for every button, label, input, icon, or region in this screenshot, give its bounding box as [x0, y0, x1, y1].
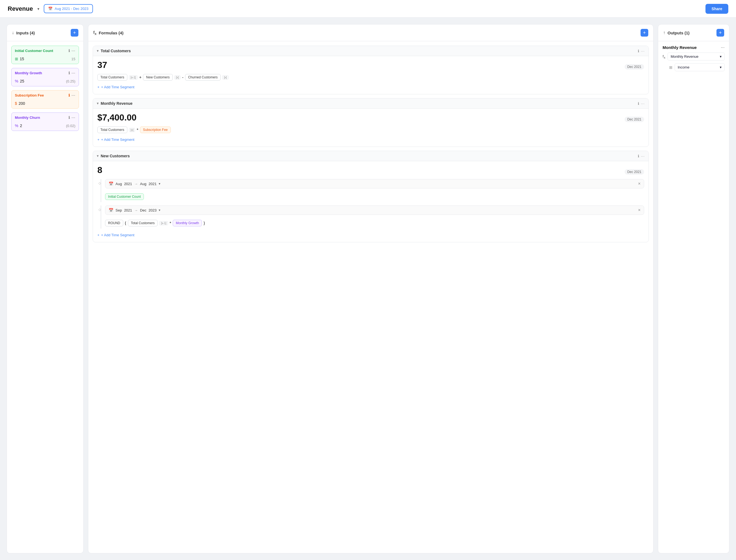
formula-header-icons-total: ℹ ··· — [638, 49, 645, 53]
input-card-header-left-fee: Subscription Fee — [15, 93, 44, 97]
percent-icon-churn: % — [15, 123, 18, 128]
seg2-end-year: 2023 — [149, 208, 156, 212]
input-card-value-initial: ⊞ 15 15 — [12, 55, 79, 64]
inputs-panel-title: Inputs (4) — [16, 31, 35, 35]
close-icon-seg2[interactable]: × — [638, 208, 641, 213]
add-segment-label-new: + Add Time Segment — [101, 233, 134, 237]
seg1-end-month: Aug — [140, 182, 146, 186]
header-icons-fee: ℹ ··· — [68, 93, 75, 97]
expr-op-multiply-seg2: * — [170, 221, 171, 225]
inputs-panel-header: ↓ Inputs (4) + — [7, 24, 83, 41]
input-card-header-churn: Monthly Churn ℹ ··· — [12, 113, 79, 122]
expr-subscript-seg2: [x-1] — [159, 221, 168, 225]
monthly-revenue-expression: Total Customers [x] * Subscription Fee — [97, 127, 644, 133]
monthly-churn-display: (0.02) — [66, 124, 75, 128]
input-card-header-growth: Monthly Growth ℹ ··· — [12, 68, 79, 77]
expr-monthly-growth: Monthly Growth — [173, 220, 202, 226]
seg1-start-year: 2021 — [124, 182, 132, 186]
time-segment-dates-2: 📅 Sep 2021 → Dec 2023 ▾ — [109, 208, 160, 212]
total-customers-formula-name: Total Customers — [101, 49, 131, 53]
expr-op-minus: - — [182, 75, 183, 79]
formula-card-header-total: ▾ Total Customers ℹ ··· — [93, 46, 649, 56]
add-output-button[interactable]: + — [716, 29, 724, 37]
expr-round: ROUND — [105, 220, 123, 226]
collapse-icon-revenue[interactable]: ▾ — [97, 101, 98, 105]
chevron-down-seg2[interactable]: ▾ — [159, 208, 160, 212]
initial-customer-count-value[interactable]: 15 — [20, 57, 24, 61]
formula-header-left-new: ▾ New Customers — [97, 154, 130, 158]
add-time-segment-total[interactable]: + + Add Time Segment — [97, 84, 134, 90]
more-icon-churn[interactable]: ··· — [72, 116, 75, 120]
add-segment-label-total: + Add Time Segment — [101, 85, 134, 89]
chevron-down-seg1[interactable]: ▾ — [159, 182, 160, 186]
time-segment-header-2: 📅 Sep 2021 → Dec 2023 ▾ × — [105, 205, 644, 215]
formula-value-row-new: 8 Dec 2021 — [97, 165, 644, 175]
output-name: Monthly Revenue — [663, 45, 697, 50]
monthly-growth-label: Monthly Growth — [15, 71, 42, 75]
add-time-segment-revenue[interactable]: + + Add Time Segment — [97, 136, 134, 143]
output-formula-value: Monthly Revenue — [671, 54, 698, 59]
arrow-icon-seg1: → — [134, 182, 138, 186]
inputs-panel: ↓ Inputs (4) + Initial Customer Count ℹ … — [7, 24, 84, 553]
input-card-monthly-churn: Monthly Churn ℹ ··· % 2 (0.02) — [11, 112, 79, 131]
output-item-monthly-revenue: Monthly Revenue ··· fx Monthly Revenue ▾… — [663, 45, 725, 71]
header-icons-churn: ℹ ··· — [68, 116, 75, 120]
add-time-segment-new[interactable]: + + Add Time Segment — [97, 232, 134, 238]
output-formula-dropdown[interactable]: Monthly Revenue ▾ — [668, 53, 725, 61]
value-left-fee: $ 200 — [15, 101, 25, 106]
input-card-header-initial: Initial Customer Count ℹ ··· — [12, 46, 79, 55]
more-icon-fee[interactable]: ··· — [72, 93, 75, 97]
value-left-growth: % 25 — [15, 79, 24, 83]
collapse-icon-total[interactable]: ▾ — [97, 49, 98, 53]
formula-header-left-revenue: ▾ Monthly Revenue — [97, 101, 133, 106]
expr-total-customers-rev: Total Customers — [97, 127, 127, 133]
share-button[interactable]: Share — [705, 4, 728, 14]
formula-icon-output: fx — [663, 54, 665, 59]
expr-total-customers-seg2: Total Customers — [128, 220, 158, 226]
more-icon-output[interactable]: ··· — [721, 45, 725, 50]
formula-card-body-total: 37 Dec 2021 Total Customers [x-1] + New … — [93, 56, 649, 94]
output-type-row: ⊞ Income ▾ — [669, 63, 725, 71]
expr-subscript-x-3: [x] — [222, 75, 229, 79]
topbar: Revenue ▾ 📅 Aug 2021 - Dec 2023 Share — [0, 0, 736, 18]
formulas-header-left: fx Formulas (4) — [93, 30, 123, 36]
info-icon-growth[interactable]: ℹ — [68, 71, 70, 75]
formula-value-row-revenue: $7,400.00 Dec 2021 — [97, 112, 644, 123]
info-icon-revenue[interactable]: ℹ — [638, 101, 639, 106]
outputs-panel-title: Outputs (1) — [668, 31, 690, 35]
formula-value-row-total: 37 Dec 2021 — [97, 60, 644, 70]
title-chevron-icon[interactable]: ▾ — [37, 7, 39, 11]
input-card-value-fee: $ 200 — [12, 100, 79, 108]
output-type-dropdown[interactable]: Income ▾ — [675, 63, 725, 71]
add-input-button[interactable]: + — [71, 29, 78, 37]
info-icon-total[interactable]: ℹ — [638, 49, 639, 53]
date-range-button[interactable]: 📅 Aug 2021 - Dec 2023 — [44, 4, 93, 13]
info-icon-new[interactable]: ℹ — [638, 154, 639, 158]
info-icon-initial[interactable]: ℹ — [68, 49, 70, 53]
monthly-growth-value[interactable]: 25 — [20, 79, 24, 83]
initial-customer-count-label: Initial Customer Count — [15, 49, 53, 53]
info-icon-churn[interactable]: ℹ — [68, 116, 70, 120]
value-left-initial: ⊞ 15 — [15, 57, 24, 61]
monthly-growth-display: (0.25) — [66, 79, 75, 83]
input-card-value-growth: % 25 (0.25) — [12, 77, 79, 86]
output-formula-chevron: ▾ — [720, 54, 722, 59]
close-icon-seg1[interactable]: × — [638, 181, 641, 186]
more-icon-growth[interactable]: ··· — [72, 71, 75, 75]
more-icon-total[interactable]: ··· — [641, 49, 645, 53]
more-icon-new[interactable]: ··· — [641, 154, 645, 158]
info-icon-fee[interactable]: ℹ — [68, 93, 70, 97]
monthly-churn-value[interactable]: 2 — [20, 123, 22, 128]
subscription-fee-value[interactable]: 200 — [19, 101, 25, 106]
collapse-icon-new[interactable]: ▾ — [97, 154, 98, 158]
monthly-revenue-value: $7,400.00 — [97, 112, 136, 123]
formula-card-header-new: ▾ New Customers ℹ ··· — [93, 151, 649, 161]
expr-open-paren: ( — [125, 221, 126, 225]
expr-op-multiply: * — [137, 128, 138, 132]
more-icon-initial[interactable]: ··· — [72, 49, 75, 53]
header-icons-growth: ℹ ··· — [68, 71, 75, 75]
seg2-start-year: 2021 — [124, 208, 132, 212]
add-formula-button[interactable]: + — [641, 29, 648, 37]
formula-card-total-customers: ▾ Total Customers ℹ ··· 37 Dec 2021 Tota… — [93, 46, 649, 94]
more-icon-revenue[interactable]: ··· — [641, 101, 645, 106]
